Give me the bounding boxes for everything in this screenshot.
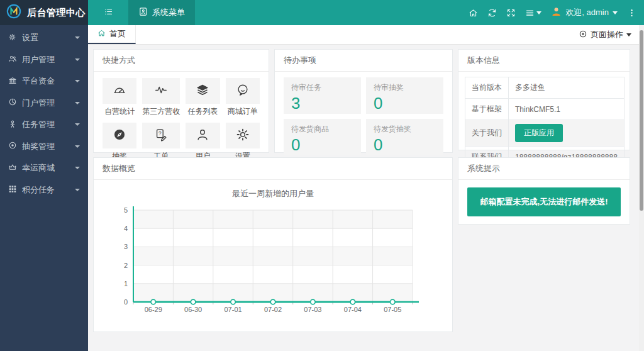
shortcut-task-list[interactable]: 任务列表 (186, 78, 219, 117)
caret-down-icon (613, 11, 618, 14)
sidebar-item-label: 幸运商城 (22, 162, 55, 174)
main-area: 首页 页面操作 快捷方式 自营统计第三方营收任务列表商城订单抽奖?工单用户设置 … (88, 25, 644, 351)
version-row-value: ThinkCMF5.1 (509, 99, 625, 120)
compass-icon (113, 128, 126, 144)
sidebar-item-label: 任务管理 (22, 119, 55, 130)
sidebar-item-label: 设置 (22, 32, 38, 43)
users-icon (8, 54, 17, 65)
sidebar-item-label: 用户管理 (22, 54, 55, 65)
shortcut-settings[interactable]: 设置 (226, 123, 260, 162)
chart-title: 最近一周新增的用户量 (94, 188, 452, 199)
genuine-app-button[interactable]: 正版应用 (515, 124, 563, 142)
sidebar-item-task-management[interactable]: 任务管理 (0, 114, 88, 136)
gear-icon (236, 128, 250, 144)
address-book-icon (138, 7, 148, 18)
scrollbar-track[interactable] (639, 25, 644, 351)
app-logo-icon (6, 3, 22, 22)
shortcut-icon-box[interactable] (186, 78, 219, 104)
sidebar-toggle-button[interactable] (88, 0, 128, 25)
sidebar: 设置用户管理平台资金门户管理任务管理抽奖管理幸运商城积分任务 (0, 25, 88, 351)
todo-pending-ship-goods[interactable]: 待发货商品0 (284, 119, 361, 155)
sidebar-item-label: 门户管理 (22, 98, 55, 109)
topbar-right: 欢迎, admin (469, 0, 644, 25)
shortcut-icon-box[interactable] (186, 123, 219, 148)
shortcuts-card: 快捷方式 自营统计第三方营收任务列表商城订单抽奖?工单用户设置 (93, 49, 269, 153)
home-icon[interactable] (469, 8, 478, 18)
chevron-down-icon (75, 80, 80, 82)
layout-menu-button[interactable] (525, 8, 541, 18)
topbar-tab-system-menu[interactable]: 系统菜单 (128, 0, 195, 25)
todo-pending-ship-lottery[interactable]: 待发货抽奖0 (366, 119, 443, 155)
chevron-down-icon (75, 167, 80, 169)
todo-pending-review-lottery[interactable]: 待审抽奖0 (366, 77, 443, 114)
topbar: 后台管理中心 系统菜单 欢迎, admin (0, 0, 644, 25)
sidebar-item-platform-funds[interactable]: 平台资金 (0, 70, 88, 92)
sidebar-item-lottery-management[interactable]: 抽奖管理 (0, 136, 88, 158)
version-row-label: 关于我们 (465, 120, 509, 147)
version-row: 基于框架ThinkCMF5.1 (465, 99, 625, 120)
scrollbar-thumb[interactable] (640, 30, 643, 211)
shortcut-label: 商城订单 (226, 106, 260, 117)
shortcut-icon-box[interactable]: ? (142, 123, 180, 148)
version-row-value: 正版应用 (509, 120, 625, 147)
todo-label: 待审任务 (291, 82, 353, 93)
list-toggle-icon (104, 7, 113, 19)
todo-pending-review-tasks[interactable]: 待审任务3 (284, 77, 361, 114)
shortcuts-card-title: 快捷方式 (94, 50, 269, 72)
fullscreen-icon[interactable] (506, 8, 516, 18)
shortcut-icon-box[interactable] (142, 78, 180, 104)
user-icon (196, 128, 209, 144)
sidebar-item-lucky-mall[interactable]: 幸运商城 (0, 157, 88, 179)
bank-icon (8, 76, 17, 87)
logo-area[interactable]: 后台管理中心 (0, 0, 88, 25)
notice-banner: 邮箱配置未完成,无法进行邮件发送! (467, 187, 621, 216)
version-table: 当前版本多多进鱼基于框架ThinkCMF5.1关于我们正版应用联系我们18888… (465, 77, 625, 168)
cogs-icon (8, 33, 17, 43)
topbar-tab-label: 系统菜单 (152, 7, 185, 18)
hamburger-icon (525, 8, 535, 18)
user-menu[interactable]: 欢迎, admin (551, 6, 618, 19)
refresh-icon[interactable] (487, 8, 497, 18)
chevron-down-icon (75, 36, 80, 39)
svg-text:07-04: 07-04 (344, 306, 362, 313)
pie-icon (8, 98, 17, 108)
shortcut-mall-orders[interactable]: 商城订单 (226, 78, 260, 117)
todos-grid: 待审任务3待审抽奖0待发货商品0待发货抽奖0 (275, 72, 452, 161)
svg-text:06-29: 06-29 (145, 306, 162, 313)
line-chart: 01234506-2906-3007-0107-0207-0307-0407-0… (94, 201, 452, 321)
sidebar-item-settings[interactable]: 设置 (0, 27, 88, 49)
shortcut-users[interactable]: 用户 (186, 123, 219, 162)
home-icon (97, 29, 106, 39)
chevron-down-icon (75, 145, 80, 148)
shortcut-icon-box[interactable] (103, 123, 136, 148)
grid-icon (8, 184, 17, 195)
content: 快捷方式 自营统计第三方营收任务列表商城订单抽奖?工单用户设置 待办事项 待审任… (93, 49, 634, 351)
svg-text:0: 0 (124, 298, 128, 306)
pulse-icon (154, 83, 168, 99)
more-options-icon[interactable] (627, 8, 636, 18)
shortcut-work-order[interactable]: ?工单 (142, 123, 180, 162)
page-actions-dropdown[interactable]: 页面操作 (579, 25, 631, 44)
chevron-down-icon (75, 102, 80, 104)
sidebar-item-portal-management[interactable]: 门户管理 (0, 92, 88, 114)
tab-home[interactable]: 首页 (88, 25, 136, 44)
crown-icon (8, 163, 17, 174)
shortcut-lottery[interactable]: 抽奖 (103, 123, 136, 162)
chevron-down-icon (75, 123, 80, 126)
svg-text:2: 2 (124, 262, 128, 269)
shortcut-icon-box[interactable] (226, 78, 260, 104)
tab-home-label: 首页 (109, 28, 126, 40)
avatar-icon (551, 6, 562, 19)
sidebar-item-points-tasks[interactable]: 积分任务 (0, 179, 88, 201)
shortcut-third-party-revenue[interactable]: 第三方营收 (142, 78, 180, 117)
sidebar-item-label: 积分任务 (22, 184, 55, 196)
svg-text:07-05: 07-05 (384, 306, 401, 313)
notice-card: 系统提示 邮箱配置未完成,无法进行邮件发送! (458, 157, 630, 225)
shortcut-icon-box[interactable] (103, 78, 136, 104)
shortcut-icon-box[interactable] (226, 123, 260, 148)
version-row-label: 基于框架 (465, 99, 509, 120)
sidebar-item-user-management[interactable]: 用户管理 (0, 49, 88, 71)
svg-text:07-01: 07-01 (225, 306, 242, 313)
shortcut-self-stats[interactable]: 自营统计 (103, 78, 136, 117)
order-icon (236, 83, 250, 99)
